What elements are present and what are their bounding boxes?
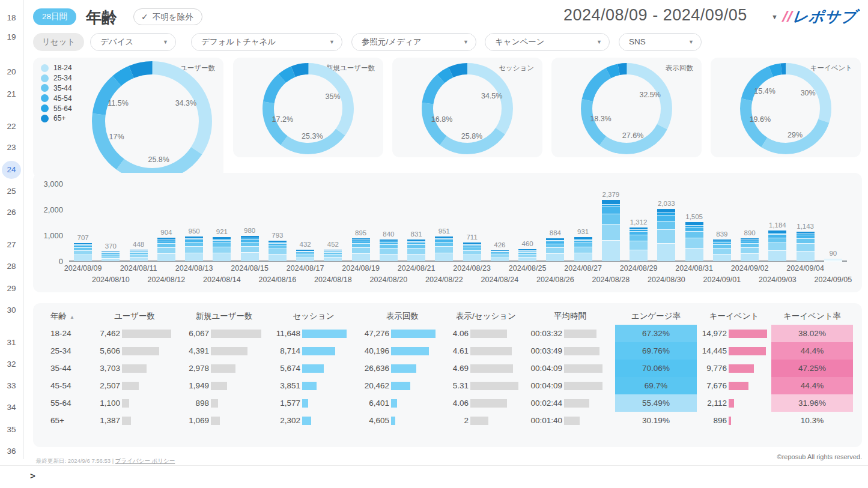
sidebar-page-30[interactable]: 30 [2,301,21,319]
column-header-表示回数[interactable]: 表示回数 [358,311,447,322]
cell-bar [391,382,410,390]
cell-bar [211,347,247,355]
cell-value: 6,067 [179,329,209,338]
filter-dropdown-1[interactable]: デバイス▼ [90,33,176,51]
sidebar-page-23[interactable]: 23 [2,139,21,157]
sidebar-page-18[interactable]: 18 [2,9,21,27]
sidebar-page-31[interactable]: 31 [2,334,21,352]
column-header-キーイベント率[interactable]: キーイベント率 [771,311,853,322]
legend-item-18-24: 18-24 [41,63,72,73]
bar-segment-65+ [602,200,620,204]
sidebar-page-35[interactable]: 35 [2,421,21,439]
donut-chart-キーイベント: 30%29%19.6%15.4% [740,63,831,154]
donut-percent-label: 25.8% [148,155,169,164]
bar-segment-18-24 [824,261,842,262]
bar-segment-25-34 [630,241,648,250]
stacked-bar [491,250,509,261]
sidebar-page-28[interactable]: 28 [2,258,21,276]
sidebar-page-32[interactable]: 32 [2,355,21,373]
x-axis-label: 2024/08/12 [148,276,186,284]
sidebar-page-22[interactable]: 22 [2,118,21,136]
x-axis-label: 2024/09/02 [731,264,769,273]
filter-dropdown-5[interactable]: SNS▼ [619,33,702,51]
metric-cell: 9,776 [697,360,771,377]
stacked-bar [768,230,786,261]
bar-segment-35-44 [185,242,203,246]
column-header-年齢[interactable]: 年齢▲ [42,311,90,322]
x-axis-label: 2024/08/10 [92,276,130,284]
bar-segment-35-44 [657,221,675,230]
x-axis-label: 2024/08/09 [64,264,102,273]
bar-slot-2024/08/12: 904 [153,173,180,261]
heatmap-cell: 69.76% [615,342,697,360]
bar-slot-2024/08/26: 884 [541,173,569,261]
bar-segment-25-34 [768,242,786,250]
donut-percent-label: 34.3% [175,99,196,107]
cell-value: 8,714 [269,346,300,355]
privacy-policy-link[interactable]: プライバシー ポリシー [115,457,175,464]
sidebar-page-19[interactable]: 19 [2,28,21,46]
filter-dropdown-3[interactable]: 参照元/メディア▼ [351,33,476,51]
bar-slot-2024/08/18: 452 [319,173,347,261]
cell-bar [302,382,317,390]
sidebar-page-34[interactable]: 34 [2,399,21,417]
cell-bar [122,364,147,373]
bar-slot-2024/08/27: 931 [569,173,597,261]
checkmark-icon: ✓ [141,12,148,22]
column-header-エンゲージ率[interactable]: エンゲージ率 [615,311,697,322]
heatmap-cell: 47.25% [771,360,853,377]
date-caret-icon[interactable]: ▼ [771,13,778,20]
filter-dropdown-label: デフォルトチャネル [201,37,276,46]
bar-segment-18-24 [130,257,148,261]
bar-segment-25-34 [602,224,620,239]
x-axis-label: 2024/08/11 [120,264,157,273]
legend-dot-icon [41,115,49,122]
exclude-unknown-toggle[interactable]: ✓不明を除外 [133,8,202,25]
cell-value: 2,978 [179,364,209,373]
bar-segment-35-44 [768,238,786,243]
column-header-ユーザー数[interactable]: ユーザー数 [90,311,179,322]
cell-value: 4.06 [447,399,469,408]
sidebar-page-25[interactable]: 25 [2,182,21,200]
stacked-bar [157,238,175,261]
filter-dropdown-2[interactable]: デフォルトチャネル▼ [191,33,342,51]
cell-value: 26,636 [358,364,389,373]
bar-segment-25-34 [157,247,175,253]
column-header-セッション[interactable]: セッション [269,311,358,322]
sidebar-page-36[interactable]: 36 [2,442,21,460]
sidebar-expand-chevron-icon[interactable]: > [30,471,35,481]
sidebar-page-20[interactable]: 20 [2,63,21,81]
reset-button[interactable]: リセット [33,33,84,51]
heatmap-cell: 30.19% [615,412,697,429]
metric-cell: 2,112 [697,394,771,412]
sidebar-page-33[interactable]: 33 [2,377,21,395]
sidebar-page-24[interactable]: 24 [2,161,21,179]
x-axis-label: 2024/08/19 [342,264,380,273]
metric-card-表示回数: 表示回数32.5%27.6%18.3% [551,58,702,157]
age-cell: 25-34 [42,346,90,355]
metric-cell: 8,714 [269,342,358,360]
cell-bar [302,399,308,408]
metric-cell: 7,676 [697,377,771,394]
cell-value: 7,462 [90,329,120,338]
sidebar-page-26[interactable]: 26 [2,203,21,221]
sidebar-page-21[interactable]: 21 [2,85,21,103]
bar-slot-2024/08/13: 950 [180,173,208,261]
column-header-キーイベント[interactable]: キーイベント [697,311,771,322]
heatmap-cell: 10.3% [771,412,853,429]
metric-cell: 1,069 [179,412,269,429]
bar-segment-18-24 [741,253,759,261]
sidebar-page-27[interactable]: 27 [2,236,21,254]
column-header-新規ユーザー数[interactable]: 新規ユーザー数 [179,311,269,322]
legend-dot-icon [41,104,49,112]
bar-segment-25-34 [546,247,564,253]
legend-label: 55-64 [53,104,72,113]
date-range-selector[interactable]: 2024/08/09 - 2024/09/05 [563,6,747,25]
bar-slot-2024/08/10: 370 [97,173,124,261]
column-header-表示/セッション[interactable]: 表示/セッション [447,311,525,322]
footer-separator: | [112,457,114,464]
filter-dropdown-4[interactable]: キャンペーン▼ [485,33,610,51]
sidebar-page-29[interactable]: 29 [2,280,21,298]
metric-cell: 14,972 [697,325,771,342]
column-header-平均時間[interactable]: 平均時間 [525,311,615,322]
